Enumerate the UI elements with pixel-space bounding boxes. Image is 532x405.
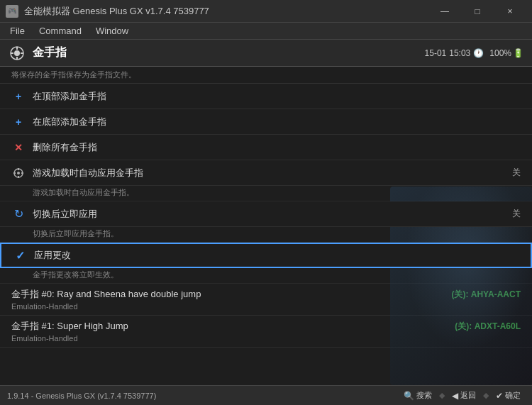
scroll-hint-text: 将保存的金手指保存为金手指文件。 (0, 67, 532, 84)
search-icon: 🔍 (404, 391, 414, 401)
apply-changes-row[interactable]: ✓ 应用更改 (0, 243, 532, 268)
clock-icon: 🕐 (473, 48, 484, 58)
confirm-icon: ✔ (496, 391, 503, 401)
auto-apply-label: 游戏加载时自动应用金手指 (33, 167, 512, 179)
back-label: 返回 (460, 390, 476, 401)
panel-icon (9, 45, 26, 62)
title-bar: 🎮 全能模拟器 Genesis Plus GX v1.7.4 7539777 —… (0, 0, 532, 23)
apply-changes-icon: ✓ (13, 248, 27, 262)
search-label: 搜索 (416, 390, 432, 401)
add-bottom-row[interactable]: + 在底部添加金手指 (0, 109, 532, 135)
back-button[interactable]: ◀ 返回 (448, 389, 480, 402)
cheat-0-label: 金手指 #0: Ray and Sheena have double jump (11, 288, 201, 301)
menu-window[interactable]: Window (89, 23, 135, 40)
svg-point-7 (17, 172, 20, 174)
svg-rect-9 (18, 176, 19, 178)
auto-apply-value: 关 (512, 167, 521, 179)
delete-all-icon: ✕ (11, 140, 26, 155)
add-bottom-label: 在底部添加金手指 (33, 116, 521, 128)
menu-bar: File Command Window (0, 23, 532, 40)
svg-rect-8 (18, 168, 19, 170)
delete-all-row[interactable]: ✕ 删除所有金手指 (0, 135, 532, 160)
battery-icon: 🔋 (513, 48, 523, 58)
menu-command[interactable]: Command (32, 23, 89, 40)
close-button[interactable]: × (494, 0, 526, 23)
add-bottom-icon: + (11, 115, 26, 129)
cheat-1-label: 金手指 #1: Super High Jump (11, 320, 128, 333)
auto-apply-icon (11, 166, 26, 180)
panel-title: 金手指 (33, 45, 425, 60)
panel-zoom: 100% 🔋 (489, 48, 523, 58)
switch-apply-value: 关 (512, 208, 521, 220)
app-icon: 🎮 (6, 5, 18, 18)
minimize-button[interactable]: — (428, 0, 461, 23)
switch-apply-icon: ↻ (11, 207, 26, 221)
switch-apply-row[interactable]: ↻ 切换后立即应用 关 (0, 201, 532, 227)
svg-rect-5 (21, 52, 23, 54)
window-title: 全能模拟器 Genesis Plus GX v1.7.4 7539777 (24, 5, 428, 18)
status-right: 🔍 搜索 ◆ ◀ 返回 ◆ ✔ 确定 (399, 389, 525, 402)
svg-rect-4 (11, 52, 13, 54)
confirm-button[interactable]: ✔ 确定 (492, 389, 525, 402)
svg-rect-10 (13, 172, 16, 174)
main-content: 将保存的金手指保存为金手指文件。 + 在顶部添加金手指 + 在底部添加金手指 ✕… (0, 67, 532, 385)
switch-apply-label: 切换后立即应用 (33, 208, 512, 221)
add-top-label: 在顶部添加金手指 (33, 90, 521, 103)
menu-file[interactable]: File (3, 23, 32, 40)
confirm-label: 确定 (505, 390, 521, 401)
delete-all-label: 删除所有金手指 (33, 141, 521, 154)
add-top-icon: + (11, 89, 26, 104)
svg-rect-3 (16, 57, 18, 60)
status-version: 1.9.14 - Genesis Plus GX (v1.7.4 7539777… (7, 392, 399, 400)
svg-point-1 (14, 50, 20, 56)
apply-changes-label: 应用更改 (34, 249, 519, 262)
panel-date: 15-01 15:03 🕐 (425, 48, 484, 58)
svg-rect-2 (16, 47, 18, 50)
svg-rect-11 (21, 172, 23, 174)
maximize-button[interactable]: □ (461, 0, 494, 23)
panel-header-right: 15-01 15:03 🕐 100% 🔋 (425, 48, 523, 58)
panel-header: 金手指 15-01 15:03 🕐 100% 🔋 (0, 40, 532, 67)
search-button[interactable]: 🔍 搜索 (399, 389, 436, 402)
status-bar: 1.9.14 - Genesis Plus GX (v1.7.4 7539777… (0, 385, 532, 405)
auto-apply-row[interactable]: 游戏加载时自动应用金手指 关 (0, 160, 532, 186)
add-top-row[interactable]: + 在顶部添加金手指 (0, 84, 532, 109)
window-controls: — □ × (428, 0, 526, 23)
back-icon: ◀ (452, 391, 458, 401)
